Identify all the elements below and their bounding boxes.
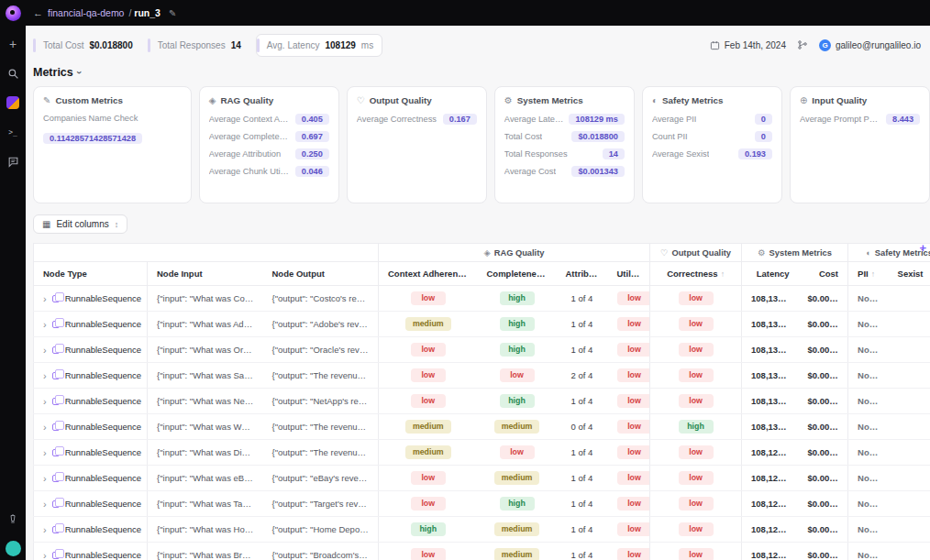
- expand-row-chevron-icon[interactable]: ›: [43, 499, 47, 510]
- metric-card-header: ⚙ System Metrics: [504, 95, 625, 105]
- metric-label: Average Correctness: [357, 115, 437, 124]
- group-empty: [34, 244, 379, 262]
- metric-card-title: Custom Metrics: [55, 95, 123, 105]
- stat-label: Avg. Latency: [267, 40, 320, 50]
- col-cost[interactable]: Cost: [799, 262, 848, 286]
- table-row[interactable]: › RunnableSequence {"input": "What was B…: [34, 543, 930, 560]
- pii-cell: None: [848, 466, 889, 491]
- expand-row-chevron-icon[interactable]: ›: [43, 422, 47, 433]
- table-row[interactable]: › RunnableSequence {"input": "What was H…: [34, 517, 930, 543]
- new-project-icon[interactable]: +: [6, 37, 20, 51]
- node-input-cell[interactable]: {"input": "What was Home Dep...: [148, 517, 263, 543]
- metric-card: ◐ Safety Metrics Average PII0Count PII0A…: [642, 86, 782, 203]
- sort-icon[interactable]: ↑: [471, 269, 474, 279]
- account-menu[interactable]: G galileo@rungalileo.io: [819, 39, 921, 51]
- table-row[interactable]: › RunnableSequence {"input": "What was N…: [34, 389, 930, 414]
- add-column-button[interactable]: +: [919, 241, 926, 255]
- feedback-icon[interactable]: [6, 154, 20, 169]
- node-input-cell[interactable]: {"input": "What was Oracle's re...: [148, 337, 263, 363]
- app-logo[interactable]: [0, 5, 26, 21]
- metric-card: ◈ RAG Quality Average Context Adherence0…: [199, 86, 339, 203]
- node-output-cell[interactable]: {"output": "The revenue for Dis...: [263, 440, 379, 466]
- col-context-adherence[interactable]: Context Adherence↑: [379, 262, 478, 286]
- expand-row-chevron-icon[interactable]: ›: [43, 319, 47, 330]
- table-row[interactable]: › RunnableSequence {"input": "What was O…: [34, 337, 930, 363]
- search-icon[interactable]: [6, 66, 20, 81]
- sort-icon[interactable]: ↑: [871, 269, 875, 279]
- cost-cell: $0.0014: [799, 440, 848, 466]
- col-utilization[interactable]: Utilization: [608, 262, 650, 286]
- sort-icon[interactable]: ↑: [721, 269, 725, 279]
- node-output-cell[interactable]: {"output": "eBay's revenue in Q...: [263, 466, 379, 491]
- node-input-cell[interactable]: {"input": "What was NetApp's r...: [148, 389, 263, 414]
- edit-run-name-icon[interactable]: ✎: [169, 8, 176, 18]
- node-input-cell[interactable]: {"input": "What was Costco's re...: [148, 286, 263, 312]
- edit-columns-button[interactable]: ▦ Edit columns ↕: [33, 214, 127, 234]
- lamp-icon[interactable]: [6, 511, 20, 526]
- metrics-section-toggle[interactable]: Metrics ›: [33, 66, 930, 79]
- expand-row-chevron-icon[interactable]: ›: [43, 473, 47, 484]
- compare-runs-icon[interactable]: [797, 39, 808, 50]
- node-output-cell[interactable]: {"output": "Adobe's revenue in ...: [263, 312, 379, 337]
- node-output-cell[interactable]: {"output": "Costco's revenue in ...: [263, 286, 379, 312]
- table-row[interactable]: › RunnableSequence {"input": "What was A…: [34, 312, 930, 337]
- node-output-cell[interactable]: {"output": "The revenue for Wal...: [263, 414, 379, 440]
- col-correctness[interactable]: Correctness↑: [650, 262, 742, 286]
- table-row[interactable]: › RunnableSequence {"input": "What was e…: [34, 466, 930, 491]
- col-latency[interactable]: Latency: [742, 262, 799, 286]
- col-pii[interactable]: PII↑: [848, 262, 889, 286]
- node-output-cell[interactable]: {"output": "NetApp's revenue in...: [263, 389, 379, 414]
- breadcrumb-project[interactable]: financial-qa-demo: [48, 7, 124, 18]
- expand-row-chevron-icon[interactable]: ›: [43, 550, 47, 560]
- modules-icon[interactable]: [6, 95, 20, 110]
- table-row[interactable]: › RunnableSequence {"input": "What was S…: [34, 363, 930, 389]
- table-row[interactable]: › RunnableSequence {"input": "What was W…: [34, 414, 930, 440]
- col-completeness[interactable]: Completeness↑: [478, 262, 557, 286]
- table-row[interactable]: › RunnableSequence {"input": "What was T…: [34, 491, 930, 517]
- pii-cell: None: [848, 286, 889, 312]
- utilization-cell: low: [608, 466, 650, 491]
- col-attribution[interactable]: Attribution: [557, 262, 608, 286]
- node-input-cell[interactable]: {"input": "What was Walmart's r...: [148, 414, 263, 440]
- col-sexist[interactable]: Sexist: [889, 262, 930, 286]
- col-node-output[interactable]: Node Output: [263, 262, 379, 286]
- expand-row-chevron-icon[interactable]: ›: [43, 524, 47, 535]
- node-input-cell[interactable]: {"input": "What was Salesforce'...: [148, 363, 263, 389]
- attribution-cell: 1 of 4: [557, 389, 608, 414]
- expand-row-chevron-icon[interactable]: ›: [43, 293, 47, 304]
- medium-rating-badge: medium: [494, 471, 540, 485]
- col-node-type[interactable]: Node Type: [34, 262, 148, 286]
- completeness-cell: high: [478, 286, 557, 312]
- help-bubble-button[interactable]: [6, 541, 21, 556]
- context-adherence-cell: medium: [379, 414, 478, 440]
- latency-cell: 108,127 ms: [742, 543, 799, 560]
- node-output-cell[interactable]: {"output": "The revenue for Sal...: [263, 363, 379, 389]
- utilization-cell: low: [608, 491, 650, 517]
- sexist-cell: [889, 543, 930, 560]
- main-content: Total Cost $0.018800 Total Responses 14 …: [26, 26, 930, 560]
- back-arrow-icon[interactable]: ←: [33, 7, 43, 18]
- context-adherence-cell: low: [379, 389, 478, 414]
- node-input-cell[interactable]: {"input": "What was Broadcom'...: [148, 543, 263, 560]
- node-input-cell[interactable]: {"input": "What was Adobe's re...: [148, 312, 263, 337]
- utilization-cell: low: [608, 440, 650, 466]
- table-row[interactable]: › RunnableSequence {"input": "What was D…: [34, 440, 930, 466]
- node-input-cell[interactable]: {"input": "What was Target's re...: [148, 491, 263, 517]
- low-rating-badge: low: [617, 343, 650, 357]
- expand-row-chevron-icon[interactable]: ›: [43, 447, 47, 458]
- node-output-cell[interactable]: {"output": "Home Depot's reve...: [263, 517, 379, 543]
- node-output-cell[interactable]: {"output": "Oracle's revenue in ...: [263, 337, 379, 363]
- expand-row-chevron-icon[interactable]: ›: [43, 370, 47, 381]
- expand-row-chevron-icon[interactable]: ›: [43, 345, 47, 356]
- node-input-cell[interactable]: {"input": "What was eBay's rev...: [148, 466, 263, 491]
- group-system-metrics: ⚙System Metrics: [742, 244, 848, 262]
- col-node-input[interactable]: Node Input: [148, 262, 263, 286]
- sort-icon[interactable]: ↑: [548, 269, 552, 279]
- node-input-cell[interactable]: {"input": "What was Disney's re...: [148, 440, 263, 466]
- console-icon[interactable]: >_: [6, 125, 20, 139]
- cost-cell: $0.0013: [799, 337, 848, 363]
- node-output-cell[interactable]: {"output": "Broadcom's revenu...: [263, 543, 379, 560]
- expand-row-chevron-icon[interactable]: ›: [43, 396, 47, 407]
- node-output-cell[interactable]: {"output": "Target's revenue in ...: [263, 491, 379, 517]
- table-row[interactable]: › RunnableSequence {"input": "What was C…: [34, 286, 930, 312]
